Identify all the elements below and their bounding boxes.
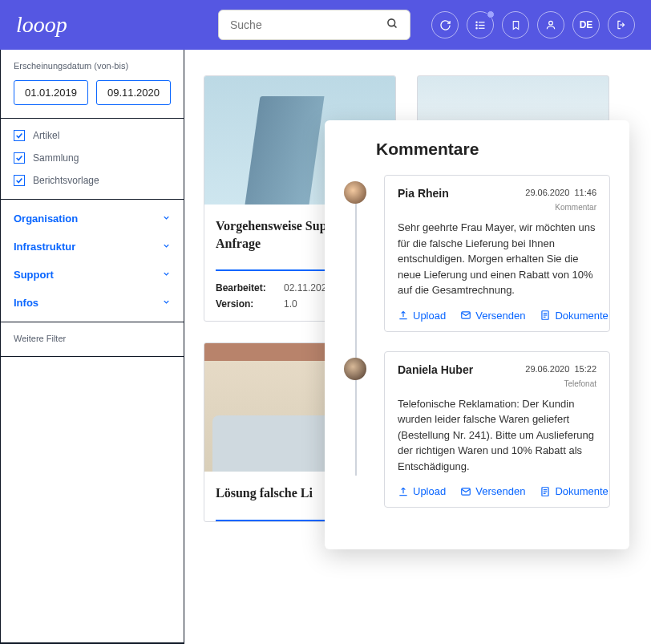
top-icons: DE [431, 11, 635, 38]
svg-point-0 [388, 18, 395, 26]
comment-author: Daniela Huber [398, 363, 473, 376]
svg-point-5 [475, 22, 476, 22]
checkbox-icon [14, 130, 25, 141]
comment-type: Telefonat [398, 379, 596, 388]
card-preview[interactable] [417, 75, 609, 124]
comments-title: Kommentare [376, 140, 610, 159]
comment-box: Pia Rhein 29.06.2020 11:46 Kommentar Seh… [384, 175, 610, 332]
language-toggle[interactable]: DE [572, 11, 600, 38]
refresh-icon[interactable] [431, 11, 459, 38]
bookmark-icon[interactable] [502, 11, 529, 38]
svg-point-8 [549, 21, 553, 25]
checkbox-icon [14, 175, 25, 186]
search-input[interactable] [230, 18, 380, 31]
comments-panel: Kommentare Pia Rhein 29.06.2020 11:46 Ko… [325, 120, 629, 549]
brand-logo: looop [16, 12, 67, 38]
check-label: Artikel [33, 130, 59, 141]
timeline: Pia Rhein 29.06.2020 11:46 Kommentar Seh… [344, 175, 610, 508]
comment-author: Pia Rhein [398, 187, 449, 200]
avatar[interactable] [344, 358, 366, 380]
upload-action[interactable]: Upload [398, 485, 446, 497]
comment-type: Kommentar [398, 203, 596, 212]
date-to[interactable]: 09.11.2020 [96, 80, 171, 105]
sidebar-filters: Organisation Infrastruktur Support Infos [1, 200, 184, 322]
comment-item: Pia Rhein 29.06.2020 11:46 Kommentar Seh… [344, 175, 610, 332]
sidebar-spacer [1, 357, 184, 643]
sidebar: Erscheinungsdatum (von-bis) 01.01.2019 0… [0, 50, 184, 644]
comment-datetime: 29.06.2020 15:22 [525, 363, 596, 375]
check-artikel[interactable]: Artikel [14, 130, 171, 141]
check-sammlung[interactable]: Sammlung [14, 152, 171, 164]
svg-point-7 [475, 27, 476, 28]
filter-support[interactable]: Support [1, 261, 184, 289]
user-icon[interactable] [537, 11, 564, 38]
sidebar-more-filters[interactable]: Weitere Filter [1, 322, 184, 357]
check-label: Berichtsvorlage [33, 175, 99, 186]
comment-body: Sehr geehrte Frau Mayer, wir möchten uns… [398, 220, 596, 298]
checkbox-icon [14, 152, 25, 164]
list-icon[interactable] [467, 11, 494, 38]
search-icon[interactable] [386, 18, 398, 33]
send-action[interactable]: Versenden [460, 310, 525, 322]
send-action[interactable]: Versenden [460, 485, 525, 497]
chevron-down-icon [162, 213, 171, 225]
comment-box: Daniela Huber 29.06.2020 15:22 Telefonat… [384, 351, 610, 508]
more-filters-label: Weitere Filter [14, 334, 171, 343]
comment-actions: Upload Versenden Dokumente [398, 485, 596, 497]
logout-icon[interactable] [608, 11, 635, 38]
filter-infrastruktur[interactable]: Infrastruktur [1, 233, 184, 261]
sidebar-dates: Erscheinungsdatum (von-bis) 01.01.2019 0… [1, 50, 184, 119]
comment-actions: Upload Versenden Dokumente [398, 310, 596, 322]
filter-organisation[interactable]: Organisation [1, 205, 184, 233]
comment-item: Daniela Huber 29.06.2020 15:22 Telefonat… [344, 351, 610, 508]
date-from[interactable]: 01.01.2019 [14, 80, 88, 105]
chevron-down-icon [162, 269, 171, 281]
avatar[interactable] [344, 181, 366, 204]
date-range-label: Erscheinungsdatum (von-bis) [14, 61, 171, 71]
check-label: Sammlung [33, 152, 79, 164]
svg-line-1 [394, 25, 396, 27]
svg-point-6 [475, 24, 476, 25]
documents-action[interactable]: Dokumente [540, 310, 608, 322]
upload-action[interactable]: Upload [398, 310, 446, 322]
check-berichtsvorlage[interactable]: Berichtsvorlage [14, 175, 171, 186]
sidebar-checks: Artikel Sammlung Berichtsvorlage [1, 119, 184, 200]
search-box[interactable] [218, 10, 410, 40]
chevron-down-icon [162, 297, 171, 309]
topbar: looop DE [0, 0, 651, 50]
chevron-down-icon [162, 241, 171, 253]
comment-datetime: 29.06.2020 11:46 [525, 187, 596, 198]
filter-infos[interactable]: Infos [1, 289, 184, 317]
documents-action[interactable]: Dokumente [540, 485, 608, 497]
comment-body: Telefonische Reklamation: Der Kundin wur… [398, 396, 596, 475]
